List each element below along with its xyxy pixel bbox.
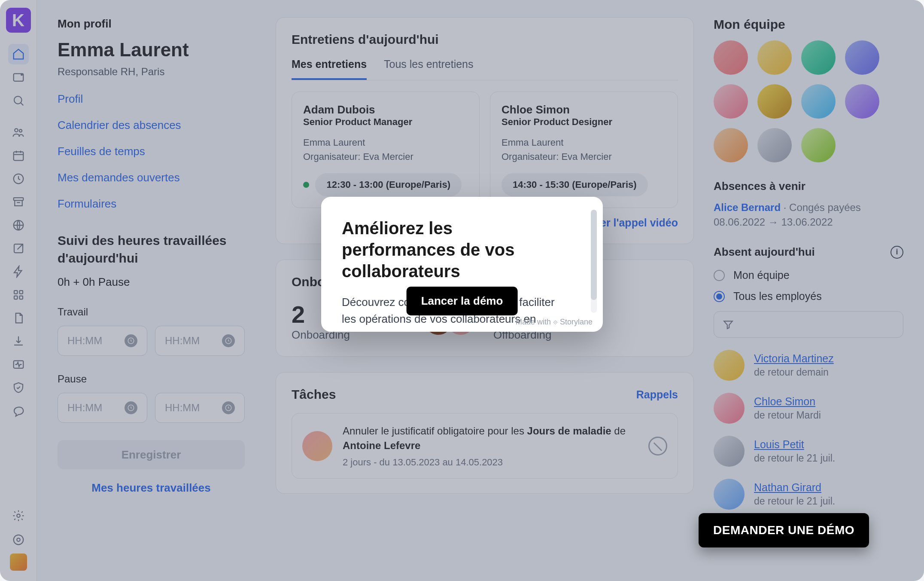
modal-title: Améliorez les performances de vos collab… xyxy=(342,217,582,282)
demo-modal: Améliorez les performances de vos collab… xyxy=(321,197,603,332)
launch-demo-button[interactable]: Lancer la démo xyxy=(407,287,518,315)
request-demo-button[interactable]: DEMANDER UNE DÉMO xyxy=(699,513,869,547)
made-with-label: Made with ⟐ Storylane xyxy=(516,318,593,327)
modal-scrollbar[interactable] xyxy=(591,210,597,313)
